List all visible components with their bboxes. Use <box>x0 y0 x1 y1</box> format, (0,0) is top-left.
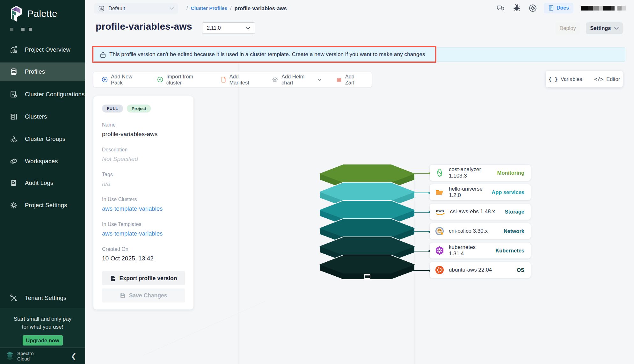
sidebar-item-cluster-configurations[interactable]: Cluster Configurations <box>0 85 85 104</box>
alert-text: This profile version can't be edited bec… <box>109 51 425 58</box>
add-zarf-button[interactable]: Add Zarf <box>336 74 363 86</box>
tools-icon <box>10 294 18 302</box>
palette-app: Palette Project Overview Profiles <box>0 0 634 364</box>
pack-name: cni-calico 3.30.x <box>449 228 499 234</box>
export-label: Export profile version <box>120 275 177 282</box>
calico-icon <box>435 226 444 236</box>
pack-row-ubuntu-aws[interactable]: ubuntu-aws 22.04 OS <box>430 262 531 278</box>
brand-logo: Palette <box>9 5 57 22</box>
sidebar-item-profiles[interactable]: Profiles <box>0 62 85 81</box>
pack-category: Storage <box>505 209 524 215</box>
field-value: profile-variables-aws <box>102 131 185 138</box>
code-icon: </> <box>594 76 603 82</box>
layer-connector <box>412 172 430 174</box>
sidebar-item-cluster-groups[interactable]: Cluster Groups <box>0 130 85 148</box>
orbit-icon <box>10 157 18 165</box>
manifest-file-icon <box>221 76 226 83</box>
version-select[interactable]: 2.11.0 <box>202 22 255 34</box>
brand-name: Palette <box>27 9 57 19</box>
layer-connector <box>412 231 430 233</box>
pack-category: Monitoring <box>497 170 524 176</box>
deploy-button[interactable]: Deploy <box>555 22 580 34</box>
dot <box>10 28 13 31</box>
app-folder-icon <box>435 187 444 197</box>
sidebar-item-tenant-settings[interactable]: Tenant Settings <box>0 289 85 307</box>
variables-editor-card: { } Variables </> Editor <box>546 71 623 87</box>
breadcrumb-link-cluster-profiles[interactable]: Cluster Profiles <box>191 5 227 11</box>
add-new-pack-button[interactable]: Add New Pack <box>102 74 142 86</box>
document-check-icon <box>10 90 18 98</box>
export-profile-version-button[interactable]: Export profile version <box>102 271 185 285</box>
field-description: Description Not Specified <box>102 147 185 163</box>
import-from-cluster-button[interactable]: Import from cluster <box>157 74 206 86</box>
project-selector[interactable]: Default <box>94 3 178 14</box>
profile-badges: FULL Project <box>102 105 185 113</box>
save-label: Save Changes <box>129 292 167 299</box>
field-in-use-templates: In Use Templates aws-template-variables <box>102 222 185 237</box>
bug-report-icon[interactable] <box>512 3 521 13</box>
pack-row-cni-calico[interactable]: cni-calico 3.30.x Network <box>430 223 531 239</box>
spectro-cloud-wordmark: Spectro Cloud <box>17 351 34 361</box>
layer-connector <box>412 192 430 194</box>
in-use-cluster-link[interactable]: aws-template-variables <box>102 205 185 212</box>
upgrade-now-button[interactable]: Upgrade now <box>23 335 63 346</box>
version-value: 2.11.0 <box>207 25 221 31</box>
sidebar-item-audit-logs[interactable]: Audit Logs <box>0 174 85 192</box>
sidebar-item-workspaces[interactable]: Workspaces <box>0 152 85 171</box>
variables-button[interactable]: { } Variables <box>549 76 582 82</box>
dot <box>29 28 32 31</box>
chart-icon <box>10 46 18 54</box>
sidebar-collapse-icon[interactable]: ❮ <box>71 352 77 360</box>
chevron-down-icon <box>170 7 174 10</box>
save-icon <box>120 293 126 298</box>
sidebar-item-project-overview[interactable]: Project Overview <box>0 40 85 59</box>
redacted-username <box>581 6 626 11</box>
sidebar-item-label: Project Overview <box>25 46 70 53</box>
pack-row-csi-aws-ebs[interactable]: aws csi-aws-ebs 1.48.x Storage <box>430 204 531 220</box>
node-group-icon <box>10 135 18 143</box>
add-manifest-button[interactable]: Add Manifest <box>221 74 257 86</box>
compass-help-icon[interactable] <box>528 3 537 13</box>
import-icon <box>157 76 163 83</box>
topbar-actions: Docs <box>496 2 634 14</box>
badge-full: FULL <box>102 105 123 113</box>
field-name: Name profile-variables-aws <box>102 122 185 138</box>
palette-logo-icon <box>9 5 23 22</box>
pack-row-cost-analyzer[interactable]: cost-analyzer 1.103.3 Monitoring <box>430 165 531 181</box>
breadcrumb-separator: / <box>230 5 231 11</box>
field-value: Not Specified <box>102 156 185 163</box>
readonly-alert-banner: This profile version can't be edited bec… <box>93 47 625 62</box>
pack-row-kubernetes[interactable]: kubernetes 1.31.4 Kubernetes <box>430 243 531 258</box>
editor-button[interactable]: </> Editor <box>594 76 620 82</box>
variables-label: Variables <box>561 76 582 82</box>
breadcrumb: / Cluster Profiles / profile-variables-a… <box>186 4 287 13</box>
logo-dots <box>10 26 32 32</box>
page-title: profile-variables-aws <box>96 21 192 32</box>
feedback-chat-icon[interactable] <box>496 3 506 13</box>
in-use-template-link[interactable]: aws-template-variables <box>102 230 185 237</box>
field-label: In Use Templates <box>102 222 185 227</box>
pack-row-hello-universe[interactable]: hello-universe 1.2.0 App services <box>430 184 531 200</box>
field-label: Created On <box>102 246 185 252</box>
pack-name: ubuntu-aws 22.04 <box>449 267 512 273</box>
settings-button[interactable]: Settings <box>586 22 623 34</box>
ubuntu-icon <box>435 265 444 275</box>
field-label: Description <box>102 147 185 153</box>
pack-toolbar: Add New Pack Import from cluster Add Man… <box>93 72 372 87</box>
sidebar-item-project-settings[interactable]: Project Settings <box>0 196 85 215</box>
sidebar-item-label: Cluster Configurations <box>25 91 84 98</box>
chevron-down-icon <box>614 27 619 30</box>
zarf-icon <box>336 76 342 83</box>
layer-connector <box>412 270 430 272</box>
spectro-cloud-logo-icon <box>6 351 14 361</box>
upgrade-text: Start small and only pay for what you us… <box>0 315 85 331</box>
sidebar-item-label: Audit Logs <box>25 179 53 186</box>
sidebar-item-clusters[interactable]: Clusters <box>0 107 85 126</box>
add-helm-chart-button[interactable]: Add Helm chart <box>272 74 321 86</box>
badge-project-scope: Project <box>127 105 151 113</box>
save-changes-button[interactable]: Save Changes <box>102 288 185 302</box>
profile-details-card: FULL Project Name profile-variables-aws … <box>93 96 193 309</box>
layer-os[interactable] <box>319 254 415 280</box>
docs-button[interactable]: Docs <box>544 3 573 13</box>
add-zarf-label: Add Zarf <box>345 74 363 86</box>
